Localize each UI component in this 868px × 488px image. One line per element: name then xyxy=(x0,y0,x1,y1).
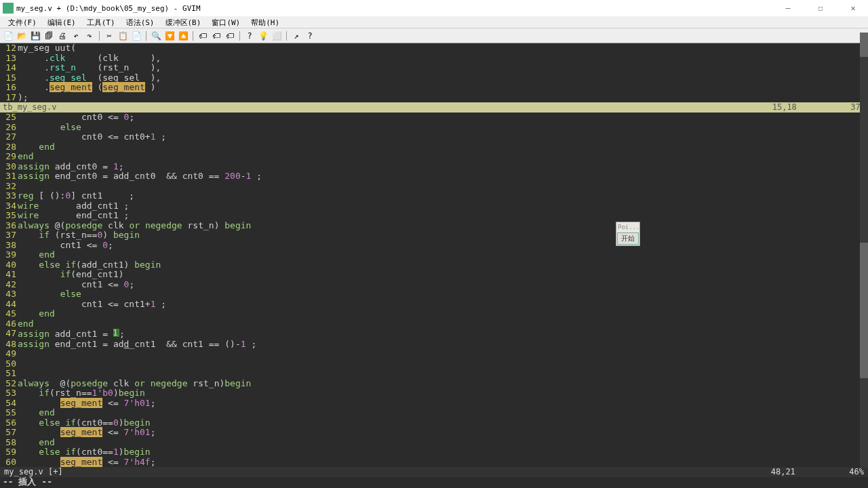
toolbar-icon[interactable]: 🏷 xyxy=(197,30,208,41)
scrollbar-track[interactable] xyxy=(860,33,868,468)
code-line[interactable]: 59 else if(cnt0==1)begin xyxy=(0,447,868,458)
menu-item[interactable]: 语法(S) xyxy=(121,16,160,28)
code-line[interactable]: 26 else xyxy=(0,123,868,133)
code-line[interactable]: 12my_seg uut( xyxy=(0,43,868,54)
code-content[interactable]: cnt1 <= 0; xyxy=(18,241,113,251)
code-line[interactable]: 15 .seg_sel (seg_sel ), xyxy=(0,73,868,83)
toolbar-icon[interactable]: ✂ xyxy=(104,30,115,41)
code-content[interactable]: .rst_n (rst_n ), xyxy=(18,63,161,73)
code-content[interactable]: always @(posedge clk or negedge rst_n) b… xyxy=(18,221,251,231)
lower-pane[interactable]: 25 cnt0 <= 0;26 else27 cnt0 <= cnt0+1 ;2… xyxy=(0,113,868,467)
code-content[interactable]: cnt1 <= 0; xyxy=(18,280,134,290)
code-line[interactable]: 31assign end_cnt0 = add_cnt0 && cnt0 == … xyxy=(0,171,868,182)
code-content[interactable]: cnt0 <= cnt0+1 ; xyxy=(18,132,166,142)
code-content[interactable]: if (rst_n==0) begin xyxy=(18,230,140,241)
code-content[interactable]: seg_ment <= 7'h01; xyxy=(18,428,156,438)
code-line[interactable]: 43 else xyxy=(0,289,868,300)
code-line[interactable]: 29end xyxy=(0,152,868,162)
toolbar-icon[interactable]: 🔍 xyxy=(151,30,161,41)
code-line[interactable]: 27 cnt0 <= cnt0+1 ; xyxy=(0,132,868,142)
code-content[interactable]: else xyxy=(18,289,81,300)
code-line[interactable]: 60 seg_ment <= 7'h4f; xyxy=(0,458,868,468)
code-line[interactable]: 52always @(posedge clk or negedge rst_n)… xyxy=(0,379,868,389)
code-line[interactable]: 34wire add_cnt1 ; xyxy=(0,201,868,211)
code-line[interactable]: 57 seg_ment <= 7'h01; xyxy=(0,428,868,438)
toolbar-icon[interactable]: ⬜ xyxy=(271,30,282,41)
code-content[interactable]: else if(cnt0==0)begin xyxy=(18,418,151,428)
code-line[interactable]: 51 xyxy=(0,369,868,379)
code-content[interactable]: if(end_cnt1) xyxy=(18,270,124,280)
code-line[interactable]: 38 cnt1 <= 0; xyxy=(0,241,868,251)
code-line[interactable]: 49 xyxy=(0,349,868,359)
toolbar-icon[interactable]: 🖨 xyxy=(57,30,68,41)
code-line[interactable]: 53 if(rst_n==1'b0)begin xyxy=(0,388,868,399)
toolbar-icon[interactable]: 💾 xyxy=(30,30,41,41)
code-content[interactable]: else if(add_cnt1) begin xyxy=(18,260,161,270)
code-content[interactable]: always @(posedge clk or negedge rst_n)be… xyxy=(18,379,251,389)
code-content[interactable]: end xyxy=(18,142,55,152)
code-content[interactable]: wire add_cnt1 ; xyxy=(18,201,129,211)
code-content[interactable]: seg_ment <= 7'h01; xyxy=(18,399,156,409)
code-line[interactable]: 45 end xyxy=(0,309,868,319)
code-line[interactable]: 47assign add_cnt1 = ; xyxy=(0,329,868,340)
code-content[interactable]: end xyxy=(18,309,55,319)
code-content[interactable]: else xyxy=(18,123,81,133)
code-content[interactable]: end xyxy=(18,319,33,329)
close-button[interactable]: ✕ xyxy=(841,1,865,15)
code-content[interactable]: else if(cnt0==1)begin xyxy=(18,447,151,458)
code-content[interactable]: reg [ ():0] cnt1 ; xyxy=(18,191,134,201)
minimize-button[interactable]: — xyxy=(776,1,800,15)
code-content[interactable]: end xyxy=(18,250,55,260)
code-content[interactable]: .seg_ment (seg_ment ) xyxy=(18,83,156,93)
code-line[interactable]: 58 end xyxy=(0,438,868,448)
code-line[interactable]: 39 end xyxy=(0,250,868,260)
toolbar-icon[interactable]: ↗ xyxy=(291,30,302,41)
code-content[interactable]: seg_ment <= 7'h4f; xyxy=(18,458,156,468)
code-content[interactable]: cnt1 <= cnt1+1 ; xyxy=(18,300,166,310)
code-line[interactable]: 30assign add_cnt0 = 1; xyxy=(0,162,868,172)
menu-item[interactable]: 编辑(E) xyxy=(42,16,81,28)
toolbar-icon[interactable]: 📂 xyxy=(16,30,27,41)
code-line[interactable]: 32 xyxy=(0,182,868,192)
toolbar-icon[interactable]: 🗐 xyxy=(43,30,54,41)
code-line[interactable]: 16 .seg_ment (seg_ment ) xyxy=(0,83,868,93)
code-line[interactable]: 28 end xyxy=(0,142,868,152)
toolbar-icon[interactable]: 🔼 xyxy=(178,30,189,41)
code-content[interactable]: ); xyxy=(18,93,28,103)
menu-item[interactable]: 文件(F) xyxy=(3,16,42,28)
code-line[interactable]: 41 if(end_cnt1) xyxy=(0,270,868,280)
code-content[interactable]: assign end_cnt0 = add_cnt0 && cnt0 == 20… xyxy=(18,171,262,182)
toolbar-icon[interactable]: ? xyxy=(244,30,255,41)
code-content[interactable]: assign add_cnt1 = ; xyxy=(18,329,125,340)
toolbar-icon[interactable]: ↶ xyxy=(71,30,81,41)
code-line[interactable]: 55 end xyxy=(0,408,868,418)
code-line[interactable]: 14 .rst_n (rst_n ), xyxy=(0,63,868,73)
toolbar-icon[interactable]: ↷ xyxy=(84,30,95,41)
menu-item[interactable]: 窗口(W) xyxy=(206,16,245,28)
toolbar-icon[interactable]: 📄 xyxy=(131,30,142,41)
code-content[interactable]: assign end_cnt1 = add_cnt1 && cnt1 == ()… xyxy=(18,340,256,350)
code-content[interactable]: end xyxy=(18,152,33,162)
toolbar-icon[interactable]: 📋 xyxy=(117,30,128,41)
code-line[interactable]: 17); xyxy=(0,93,868,103)
code-content[interactable]: .seg_sel (seg_sel ), xyxy=(18,73,161,83)
code-line[interactable]: 42 cnt1 <= 0; xyxy=(0,280,868,290)
scrollbar-thumb[interactable] xyxy=(860,33,868,57)
code-content[interactable]: if(rst_n==1'b0)begin xyxy=(18,388,145,399)
code-line[interactable]: 25 cnt0 <= 0; xyxy=(0,113,868,123)
code-content[interactable]: wire end_cnt1 ; xyxy=(18,211,129,221)
code-content[interactable]: assign add_cnt0 = 1; xyxy=(18,162,124,172)
upper-pane[interactable]: 12my_seg uut(13 .clk (clk ),14 .rst_n (r… xyxy=(0,43,868,102)
code-content[interactable]: end xyxy=(18,408,55,418)
code-content[interactable]: end xyxy=(18,438,55,448)
code-line[interactable]: 33reg [ ():0] cnt1 ; xyxy=(0,191,868,201)
code-content[interactable]: .clk (clk ), xyxy=(18,54,161,64)
code-content[interactable]: my_seg uut( xyxy=(18,43,76,54)
code-line[interactable]: 56 else if(cnt0==0)begin xyxy=(0,418,868,428)
toolbar-icon[interactable]: ? xyxy=(304,30,315,41)
code-line[interactable]: 46end xyxy=(0,319,868,329)
editor-area[interactable]: 12my_seg uut(13 .clk (clk ),14 .rst_n (r… xyxy=(0,43,868,487)
code-line[interactable]: 50 xyxy=(0,359,868,369)
toolbar-icon[interactable]: 🏷 xyxy=(211,30,222,41)
code-line[interactable]: 40 else if(add_cnt1) begin xyxy=(0,260,868,270)
